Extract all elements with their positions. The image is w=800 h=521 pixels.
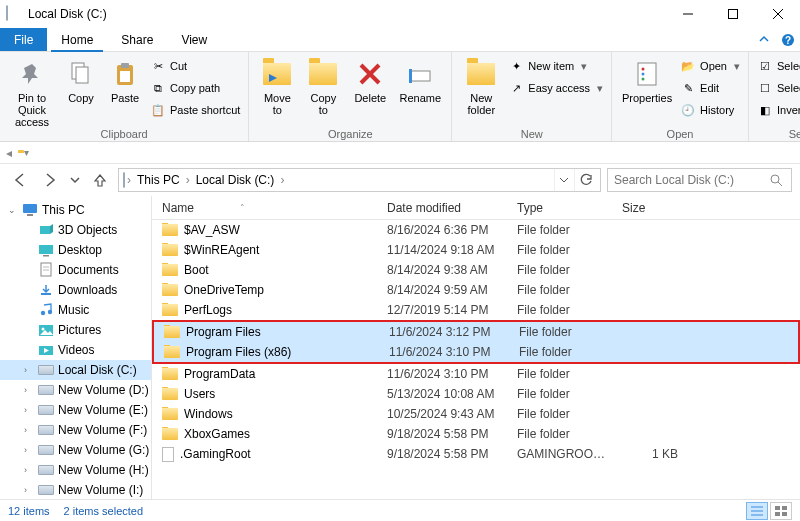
table-row[interactable]: .GamingRoot9/18/2024 5:58 PMGAMINGROOT F… [152, 444, 800, 464]
tree-item[interactable]: ›New Volume (I:) [0, 480, 151, 499]
tree-item[interactable]: ›New Volume (E:) [0, 400, 151, 420]
chevron-right-icon[interactable]: › [186, 173, 190, 187]
column-type[interactable]: Type [507, 201, 612, 215]
qat-overflow[interactable]: ▾ [24, 147, 29, 158]
view-details-button[interactable] [746, 502, 768, 520]
pin-to-quick-access-button[interactable]: Pin to Quick access [6, 54, 58, 128]
history-button[interactable]: 🕘History [678, 100, 742, 120]
search-input[interactable] [614, 173, 769, 187]
help-button[interactable]: ? [776, 28, 800, 51]
chevron-right-icon[interactable]: › [280, 173, 284, 187]
expand-icon[interactable]: › [24, 405, 34, 415]
column-date[interactable]: Date modified [377, 201, 507, 215]
expand-icon[interactable]: › [24, 465, 34, 475]
tree-item[interactable]: ›Local Disk (C:) [0, 360, 151, 380]
table-row[interactable]: OneDriveTemp8/14/2024 9:59 AMFile folder [152, 280, 800, 300]
table-row[interactable]: ProgramData11/6/2024 3:10 PMFile folder [152, 364, 800, 384]
copy-to-button[interactable]: Copy to [301, 54, 345, 118]
maximize-button[interactable] [710, 0, 755, 28]
forward-button[interactable] [38, 168, 62, 192]
tree-item[interactable]: ›New Volume (F:) [0, 420, 151, 440]
ribbon-collapse-button[interactable] [752, 28, 776, 51]
properties-button[interactable]: Properties [618, 54, 676, 118]
table-row[interactable]: PerfLogs12/7/2019 5:14 PMFile folder [152, 300, 800, 320]
table-row[interactable]: Windows10/25/2024 9:43 AMFile folder [152, 404, 800, 424]
table-row[interactable]: $WinREAgent11/14/2024 9:18 AMFile folder [152, 240, 800, 260]
new-folder-button[interactable]: New folder [458, 54, 504, 118]
new-item-button[interactable]: ✦New item▾ [506, 56, 605, 76]
column-headers[interactable]: Name˄ Date modified Type Size [152, 196, 800, 220]
column-name[interactable]: Name˄ [152, 201, 377, 215]
tree-item[interactable]: 3D Objects [0, 220, 151, 240]
up-button[interactable] [88, 168, 112, 192]
copy-button[interactable]: Copy [60, 54, 102, 118]
paste-shortcut-button[interactable]: 📋Paste shortcut [148, 100, 242, 120]
expand-icon[interactable]: › [24, 425, 34, 435]
file-date: 8/14/2024 9:38 AM [377, 263, 507, 277]
table-row[interactable]: Boot8/14/2024 9:38 AMFile folder [152, 260, 800, 280]
file-type: File folder [507, 427, 612, 441]
tree-item-icon [38, 302, 54, 318]
tree-item-icon [38, 462, 54, 478]
tree-item[interactable]: Videos [0, 340, 151, 360]
group-label-clipboard: Clipboard [6, 128, 242, 141]
address-dropdown-button[interactable] [554, 169, 572, 191]
expand-icon[interactable]: › [24, 365, 34, 375]
tree-item[interactable]: Pictures [0, 320, 151, 340]
cut-button[interactable]: ✂Cut [148, 56, 242, 76]
column-size[interactable]: Size [612, 201, 692, 215]
minimize-button[interactable] [665, 0, 710, 28]
edit-button[interactable]: ✎Edit [678, 78, 742, 98]
chevron-left-icon[interactable]: ◂ [6, 146, 12, 160]
sidebar[interactable]: ⌄ This PC 3D ObjectsDesktopDocumentsDown… [0, 196, 152, 499]
folder-icon [162, 264, 178, 276]
easy-access-button[interactable]: ↗Easy access▾ [506, 78, 605, 98]
chevron-right-icon[interactable]: › [127, 173, 131, 187]
recent-locations-button[interactable] [68, 168, 82, 192]
search-icon[interactable] [769, 173, 785, 187]
tree-item-this-pc[interactable]: ⌄ This PC [0, 200, 151, 220]
tree-item[interactable]: Music [0, 300, 151, 320]
copy-path-button[interactable]: ⧉Copy path [148, 78, 242, 98]
expand-icon[interactable]: › [24, 485, 34, 495]
search-box[interactable] [607, 168, 792, 192]
paste-button[interactable]: Paste [104, 54, 146, 118]
view-large-icons-button[interactable] [770, 502, 792, 520]
table-row[interactable]: Program Files (x86)11/6/2024 3:10 PMFile… [154, 342, 798, 362]
file-date: 5/13/2024 10:08 AM [377, 387, 507, 401]
invert-selection-button[interactable]: ◧Invert selection [755, 100, 800, 120]
table-row[interactable]: Users5/13/2024 10:08 AMFile folder [152, 384, 800, 404]
tab-view[interactable]: View [167, 28, 221, 51]
tab-file[interactable]: File [0, 28, 47, 51]
tree-item[interactable]: ›New Volume (D:) [0, 380, 151, 400]
select-all-button[interactable]: ☑Select all [755, 56, 800, 76]
rename-button[interactable]: Rename [395, 54, 445, 118]
close-button[interactable] [755, 0, 800, 28]
address-bar[interactable]: › This PC › Local Disk (C:) › [118, 168, 601, 192]
ribbon-group-open: Properties 📂Open▾ ✎Edit 🕘History Open [612, 52, 749, 141]
group-label-new: New [458, 128, 605, 141]
move-to-button[interactable]: Move to [255, 54, 299, 118]
select-none-button[interactable]: ☐Select none [755, 78, 800, 98]
delete-button[interactable]: Delete [347, 54, 393, 118]
expand-icon[interactable]: › [24, 385, 34, 395]
collapse-icon[interactable]: ⌄ [8, 205, 18, 215]
table-row[interactable]: XboxGames9/18/2024 5:58 PMFile folder [152, 424, 800, 444]
tree-item[interactable]: Documents [0, 260, 151, 280]
table-row[interactable]: Program Files11/6/2024 3:12 PMFile folde… [154, 322, 798, 342]
tab-share[interactable]: Share [107, 28, 167, 51]
table-row[interactable]: $AV_ASW8/16/2024 6:36 PMFile folder [152, 220, 800, 240]
tree-item[interactable]: Downloads [0, 280, 151, 300]
back-button[interactable] [8, 168, 32, 192]
breadcrumb-this-pc[interactable]: This PC [133, 173, 184, 187]
expand-icon[interactable]: › [24, 445, 34, 455]
tab-home[interactable]: Home [47, 28, 107, 51]
window-title: Local Disk (C:) [28, 7, 665, 21]
tree-item[interactable]: ›New Volume (G:) [0, 440, 151, 460]
breadcrumb-drive[interactable]: Local Disk (C:) [192, 173, 279, 187]
refresh-button[interactable] [574, 169, 596, 191]
tree-item-label: New Volume (D:) [58, 383, 149, 397]
tree-item[interactable]: ›New Volume (H:) [0, 460, 151, 480]
tree-item[interactable]: Desktop [0, 240, 151, 260]
open-button[interactable]: 📂Open▾ [678, 56, 742, 76]
